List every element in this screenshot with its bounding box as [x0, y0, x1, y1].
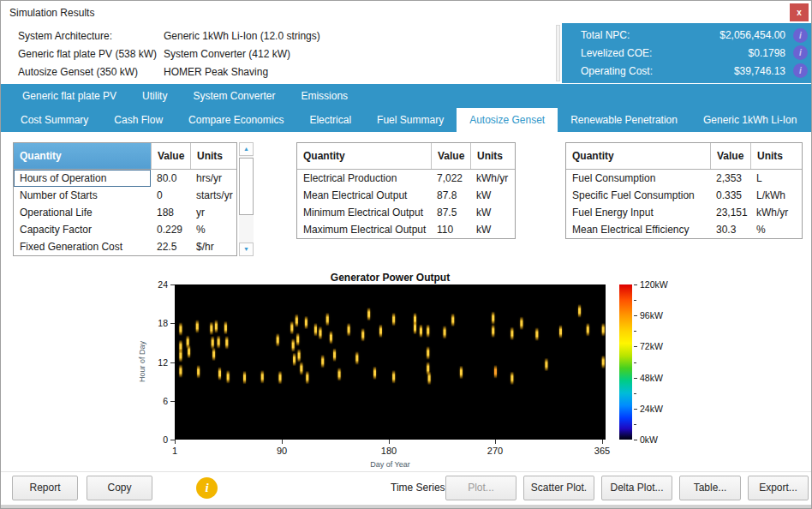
delta-plot-button[interactable]: Delta Plot...	[601, 476, 672, 500]
table-row[interactable]: Mean Electrical Output 87.8 kW	[297, 187, 515, 204]
system-architecture-label: System Architecture:	[18, 27, 157, 45]
colorbar-tick-minor	[634, 331, 636, 332]
colorbar-gradient	[619, 284, 632, 440]
scrollbar-track[interactable]	[239, 156, 254, 243]
tab-generic-flat-plate-pv[interactable]: Generic flat plate PV	[9, 84, 129, 108]
table-row[interactable]: Number of Starts 0 starts/yr	[14, 187, 236, 204]
table-row[interactable]: Minimum Electrical Output 87.5 kW	[297, 204, 515, 221]
table-scrollbar: ▲ ▼	[239, 142, 254, 256]
table-row[interactable]: Electrical Production 7,022 kWh/yr	[297, 170, 515, 187]
colorbar-tick	[634, 346, 637, 347]
colorbar-label: 24kW	[640, 404, 663, 414]
levelized-coe-label: Levelized COE:	[581, 47, 652, 59]
fuel-stats-table: Quantity Value Units Fuel Consumption 2,…	[565, 142, 803, 239]
table-row[interactable]: Capacity Factor 0.229 %	[14, 221, 236, 238]
header-section: System Architecture: Generic flat plate …	[1, 23, 811, 84]
time-series-label: Time Series:	[391, 482, 448, 494]
tab-utility[interactable]: Utility	[129, 84, 180, 108]
architecture-item-pv: Generic flat plate PV (538 kW)	[18, 45, 157, 63]
table-button[interactable]: Table...	[679, 476, 741, 500]
column-header-value[interactable]: Value	[151, 143, 190, 169]
window-frame-bottom	[1, 505, 811, 509]
export-button[interactable]: Export...	[748, 476, 809, 500]
y-tick-label: 0	[146, 434, 168, 445]
scrollbar-thumb[interactable]	[239, 158, 254, 215]
column-header-units[interactable]: Units	[470, 143, 515, 169]
footer-bar: Report Copy i Time Series: Plot... Scatt…	[1, 471, 811, 505]
table-row[interactable]: Specific Fuel Consumption 0.335 L/kWh	[566, 187, 802, 204]
scroll-down-icon[interactable]: ▼	[239, 243, 254, 256]
economics-summary-panel: Total NPC: $2,056,454.00 i Levelized COE…	[562, 23, 812, 83]
column-header-quantity[interactable]: Quantity	[297, 143, 431, 169]
info-icon[interactable]: i	[793, 28, 808, 43]
operating-cost-row: Operating Cost: $39,746.13 i	[562, 63, 812, 80]
tab-emissions[interactable]: Emissions	[288, 84, 361, 108]
tab-cost-summary[interactable]: Cost Summary	[8, 108, 101, 132]
column-header-units[interactable]: Units	[190, 143, 236, 169]
tab-bar-top: Generic flat plate PV Utility System Con…	[1, 84, 811, 108]
system-architecture-column-2: Generic 1kWh Li-Ion (12.0 strings) Syste…	[164, 27, 320, 81]
x-tick	[602, 440, 603, 444]
operation-stats-table: Quantity Value Units Hours of Operation …	[13, 142, 237, 256]
close-icon[interactable]: x	[790, 3, 809, 21]
table-row[interactable]: Fixed Generation Cost 22.5 $/hr	[14, 238, 236, 255]
colorbar-tick	[634, 440, 637, 440]
table-row[interactable]: Fuel Energy Input 23,151 kWh/yr	[566, 204, 802, 221]
architecture-item-dispatch: HOMER Peak Shaving	[164, 63, 320, 81]
colorbar-label: 96kW	[640, 310, 663, 320]
colorbar-tick-minor	[634, 424, 636, 425]
x-tick-label: 270	[476, 446, 514, 456]
y-tick-label: 24	[146, 279, 168, 290]
y-tick-label: 12	[146, 357, 168, 368]
column-header-value[interactable]: Value	[431, 143, 470, 169]
copy-button[interactable]: Copy	[87, 476, 152, 500]
tab-compare-economics[interactable]: Compare Economics	[176, 108, 296, 132]
colorbar-tick	[634, 284, 637, 285]
simulation-results-window: Simulation Results x System Architecture…	[0, 0, 812, 509]
colorbar-label: 0kW	[640, 434, 658, 445]
column-header-quantity[interactable]: Quantity	[566, 143, 710, 169]
architecture-item-battery: Generic 1kWh Li-Ion (12.0 strings)	[164, 27, 320, 45]
x-tick-label: 180	[370, 446, 408, 456]
tab-renewable-penetration[interactable]: Renewable Penetration	[558, 108, 690, 132]
info-icon[interactable]: i	[793, 63, 808, 78]
column-header-units[interactable]: Units	[750, 143, 802, 169]
x-tick	[495, 440, 496, 444]
colorbar-tick-minor	[634, 393, 636, 394]
info-icon[interactable]: i	[793, 45, 808, 60]
tab-autosize-genset[interactable]: Autosize Genset	[457, 108, 558, 132]
levelized-coe-value: $0.1798	[749, 47, 785, 59]
tab-cash-flow[interactable]: Cash Flow	[101, 108, 176, 132]
x-axis-label: Day of Year	[175, 460, 606, 469]
window-title: Simulation Results	[9, 7, 94, 19]
total-npc-row: Total NPC: $2,056,454.00 i	[562, 27, 812, 44]
architecture-item-converter: System Converter (412 kW)	[164, 45, 320, 63]
warning-info-icon[interactable]: i	[196, 477, 218, 499]
table-row[interactable]: Maximum Electrical Output 110 kW	[297, 221, 515, 238]
tab-generic-1kwh-li-ion[interactable]: Generic 1kWh Li-Ion	[690, 108, 809, 132]
operating-cost-label: Operating Cost:	[581, 65, 653, 77]
tab-fuel-summary[interactable]: Fuel Summary	[364, 108, 457, 132]
table-header-row: Quantity Value Units	[566, 143, 802, 170]
generator-power-output-chart: Generator Power Output Hour of Day 24 18…	[1, 268, 812, 472]
scatter-plot-button[interactable]: Scatter Plot.	[523, 476, 594, 500]
x-tick-label: 90	[263, 446, 301, 456]
column-header-quantity[interactable]: Quantity	[14, 143, 151, 169]
colorbar-tick	[634, 409, 637, 410]
tab-system-converter[interactable]: System Converter	[180, 84, 288, 108]
tab-electrical[interactable]: Electrical	[296, 108, 364, 132]
colorbar-tick	[634, 315, 637, 316]
generator-heatmap-canvas	[175, 284, 606, 440]
colorbar-tick	[634, 378, 637, 379]
architecture-item-genset: Autosize Genset (350 kW)	[18, 63, 157, 81]
table-row[interactable]: Hours of Operation 80.0 hrs/yr	[14, 170, 236, 187]
scroll-up-icon[interactable]: ▲	[239, 142, 254, 156]
plot-button[interactable]: Plot...	[445, 476, 516, 500]
x-tick	[175, 440, 176, 444]
table-row[interactable]: Operational Life 188 yr	[14, 204, 236, 221]
table-row[interactable]: Mean Electrical Efficiency 30.3 %	[566, 221, 802, 238]
table-row[interactable]: Fuel Consumption 2,353 L	[566, 170, 802, 187]
report-button[interactable]: Report	[12, 476, 78, 500]
column-header-value[interactable]: Value	[710, 143, 750, 169]
x-tick	[389, 440, 390, 444]
